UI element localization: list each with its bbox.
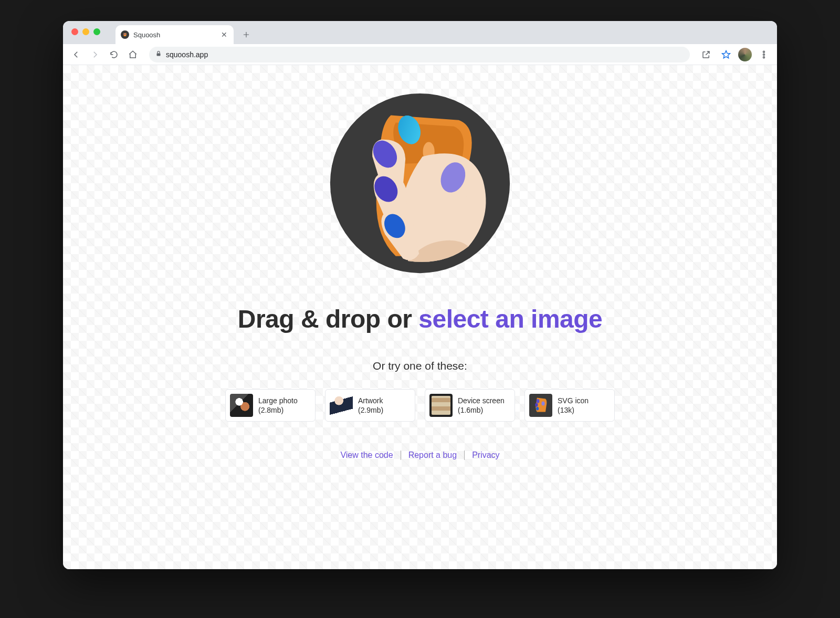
svg-point-2 bbox=[125, 34, 126, 35]
thumb-device-icon bbox=[429, 394, 453, 417]
close-tab-button[interactable]: ✕ bbox=[220, 30, 228, 39]
favicon-icon bbox=[121, 30, 129, 39]
lock-icon bbox=[155, 50, 162, 58]
new-tab-button[interactable] bbox=[239, 27, 254, 42]
thumb-svg-icon bbox=[529, 394, 552, 417]
page-content: Drag & drop or select an image Or try on… bbox=[63, 65, 777, 569]
thumb-large-photo-icon bbox=[230, 394, 253, 417]
reload-button[interactable] bbox=[106, 47, 122, 62]
select-image-link[interactable]: select an image bbox=[418, 305, 602, 333]
separator bbox=[464, 451, 465, 460]
sample-label: SVG icon bbox=[558, 396, 589, 405]
sample-large-photo[interactable]: Large photo (2.8mb) bbox=[225, 389, 316, 422]
svg-rect-3 bbox=[157, 54, 161, 56]
url-text: squoosh.app bbox=[166, 50, 208, 59]
sample-artwork[interactable]: Artwork (2.9mb) bbox=[325, 389, 415, 422]
headline-prefix: Drag & drop or bbox=[238, 305, 419, 333]
browser-window: Squoosh ✕ squoosh.app bbox=[63, 21, 777, 569]
sample-size: (2.9mb) bbox=[358, 405, 383, 415]
home-button[interactable] bbox=[125, 47, 141, 62]
svg-point-4 bbox=[763, 51, 765, 53]
svg-point-18 bbox=[541, 401, 544, 405]
svg-point-16 bbox=[535, 403, 538, 407]
bookmark-star-icon[interactable] bbox=[718, 47, 734, 62]
svg-point-17 bbox=[536, 407, 539, 410]
headline: Drag & drop or select an image bbox=[238, 305, 603, 333]
browser-toolbar: squoosh.app bbox=[63, 44, 777, 65]
forward-button[interactable] bbox=[87, 47, 103, 62]
open-external-icon[interactable] bbox=[698, 47, 714, 62]
sample-svg-icon[interactable]: SVG icon (13k) bbox=[524, 389, 615, 422]
close-window-button[interactable] bbox=[71, 28, 78, 35]
sample-label: Artwork bbox=[358, 396, 383, 405]
tab-title: Squoosh bbox=[133, 31, 160, 39]
maximize-window-button[interactable] bbox=[93, 28, 100, 35]
privacy-link[interactable]: Privacy bbox=[472, 451, 499, 460]
sample-device-screen[interactable]: Device screen (1.6mb) bbox=[425, 389, 515, 422]
sample-size: (1.6mb) bbox=[458, 405, 505, 415]
back-button[interactable] bbox=[68, 47, 84, 62]
menu-button[interactable] bbox=[756, 47, 772, 62]
sample-list: Large photo (2.8mb) Artwork (2.9mb) Devi… bbox=[225, 389, 615, 422]
sample-label: Large photo bbox=[258, 396, 298, 405]
svg-point-5 bbox=[763, 54, 765, 55]
subline: Or try one of these: bbox=[373, 360, 467, 372]
separator bbox=[401, 451, 401, 460]
sample-size: (2.8mb) bbox=[258, 405, 298, 415]
minimize-window-button[interactable] bbox=[82, 28, 89, 35]
svg-point-1 bbox=[124, 34, 125, 35]
sample-label: Device screen bbox=[458, 396, 505, 405]
footer-links: View the code Report a bug Privacy bbox=[340, 451, 499, 460]
report-bug-link[interactable]: Report a bug bbox=[408, 451, 457, 460]
profile-avatar[interactable] bbox=[738, 48, 752, 61]
window-controls bbox=[71, 28, 100, 35]
app-logo-icon bbox=[323, 86, 517, 280]
tab-strip: Squoosh ✕ bbox=[63, 21, 777, 44]
browser-tab[interactable]: Squoosh ✕ bbox=[116, 25, 234, 44]
address-bar[interactable]: squoosh.app bbox=[149, 47, 690, 62]
view-code-link[interactable]: View the code bbox=[340, 451, 393, 460]
sample-size: (13k) bbox=[558, 405, 589, 415]
svg-point-6 bbox=[763, 56, 765, 58]
svg-point-15 bbox=[537, 399, 540, 403]
thumb-artwork-icon bbox=[330, 394, 353, 417]
